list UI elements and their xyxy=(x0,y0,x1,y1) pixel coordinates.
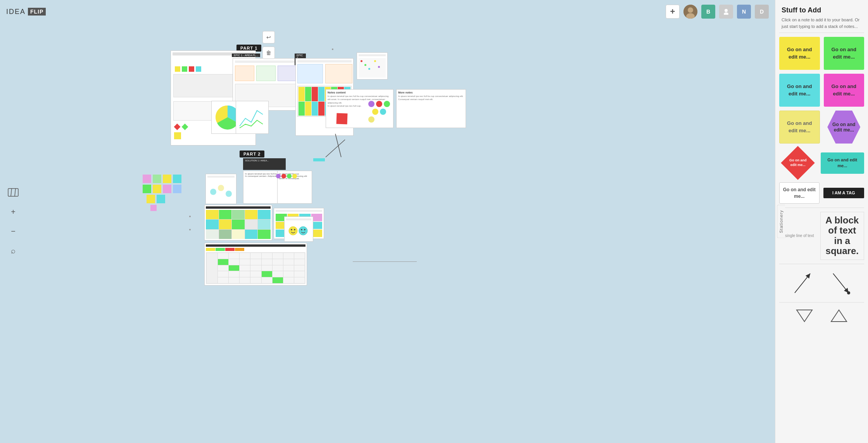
note-green[interactable]: Go on and edit me... xyxy=(824,37,865,70)
stationery-desc: Click on a note to add it to your board.… xyxy=(782,17,862,29)
red-sticky xyxy=(337,113,348,125)
part2-label: PART 2 xyxy=(240,151,264,157)
add-button[interactable]: + xyxy=(666,5,680,19)
svg-line-20 xyxy=(795,273,810,293)
note-white-rect[interactable]: Go on and edit me... xyxy=(779,182,820,204)
svg-point-11 xyxy=(210,189,216,195)
note-pink[interactable]: Go on and edit me... xyxy=(824,74,865,107)
shapes-row xyxy=(775,303,868,329)
zoom-in-tool[interactable]: + xyxy=(6,205,20,219)
top-right: + B N D xyxy=(666,5,769,19)
avatar-button[interactable] xyxy=(683,5,697,19)
collab-btn-ghost[interactable] xyxy=(719,5,733,19)
part2-tag1 xyxy=(313,158,325,161)
svg-point-13 xyxy=(226,191,232,197)
part2-dot-chart xyxy=(205,174,236,204)
trash-button[interactable]: 🗑 xyxy=(262,47,275,59)
note-yellow[interactable]: Go on and edit me... xyxy=(779,37,820,70)
note-cyan[interactable]: Go on and edit me... xyxy=(779,74,820,107)
collab-btn-d[interactable]: D xyxy=(755,5,769,19)
canvas-area[interactable]: IDEA FLIP + B N D ↩ 🗑 + − ⌕ PAR xyxy=(0,0,775,443)
top-bar: IDEA FLIP + B N D xyxy=(0,0,775,23)
stationery-header: Stuff to Add Click on a note to add it t… xyxy=(775,0,868,33)
search-tool[interactable]: ⌕ xyxy=(6,244,20,258)
board-content[interactable]: PART 1 EPIC 1 - AREA PL... EPIC xyxy=(0,23,277,443)
svg-line-10 xyxy=(326,140,345,157)
stationery-panel: Stationery Stuff to Add Click on a note … xyxy=(775,0,868,443)
stationery-tab[interactable]: Stationery xyxy=(777,205,785,238)
canvas-dot2 xyxy=(189,216,191,217)
svg-line-7 xyxy=(15,189,16,196)
block-text[interactable]: A block of text in a square. xyxy=(820,212,865,260)
triangle-down-shape[interactable] xyxy=(795,308,814,324)
zoom-out-tool[interactable]: − xyxy=(6,224,20,238)
note-light-yellow[interactable]: Go on and edit me... xyxy=(779,111,820,144)
note-purple-hex-container[interactable]: Go on and edit me... xyxy=(824,111,865,144)
note-teal-rect[interactable]: Go on and edit me... xyxy=(821,152,865,174)
svg-marker-23 xyxy=(797,310,812,322)
part2-dots-row xyxy=(276,174,299,183)
stationery-title: Stuff to Add xyxy=(782,6,862,14)
canvas-controls: ↩ 🗑 xyxy=(262,31,275,59)
line-chart-frame xyxy=(236,101,269,134)
svg-marker-24 xyxy=(831,310,847,322)
svg-rect-5 xyxy=(8,189,18,196)
frame-cluster-4 xyxy=(357,52,388,80)
svg-point-15 xyxy=(291,229,292,230)
svg-point-16 xyxy=(294,229,295,230)
arrow-up-right[interactable] xyxy=(789,270,816,297)
text-items-row: A single line of text A block of text in… xyxy=(775,208,868,264)
svg-point-18 xyxy=(301,229,302,230)
horizontal-line xyxy=(353,261,417,262)
svg-point-22 xyxy=(847,291,850,294)
collab-btn-n[interactable]: N xyxy=(737,5,751,19)
triangle-up-shape[interactable] xyxy=(829,308,849,324)
smiley-frame xyxy=(284,216,313,242)
white-tag-row: Go on and edit me... I AM A TAG xyxy=(775,182,868,208)
map-tool[interactable] xyxy=(6,185,20,199)
note-red-diamond[interactable]: Go on and edit me... xyxy=(781,146,815,180)
svg-point-1 xyxy=(688,7,693,13)
arrow-cluster xyxy=(322,132,349,159)
part2-table xyxy=(204,243,307,286)
diamond-teal-row: Go on and edit me... Go on and edit me..… xyxy=(775,147,868,182)
canvas-dot xyxy=(332,48,333,50)
dots-cluster xyxy=(368,101,393,126)
svg-line-21 xyxy=(833,273,849,293)
left-tools: + − ⌕ xyxy=(6,185,20,258)
text-notes-frame2: More notes In qisam tenetuil ipa nec ful… xyxy=(396,89,466,128)
arrow-down-right[interactable] xyxy=(827,270,854,297)
svg-line-6 xyxy=(11,189,12,196)
stationery-notes-grid: Go on and edit me... Go on and edit me..… xyxy=(775,33,868,147)
svg-point-14 xyxy=(289,227,297,235)
logo-idea: IDEA xyxy=(6,8,26,16)
svg-point-19 xyxy=(304,229,305,230)
arrows-row xyxy=(775,264,868,302)
logo-flip: FLIP xyxy=(28,8,46,16)
red-diamond-container[interactable]: Go on and edit me... xyxy=(779,147,817,178)
note-purple-hex[interactable]: Go on and edit me... xyxy=(827,111,860,144)
svg-point-3 xyxy=(725,9,728,12)
part2-text-label1: SOLUTION 1 / AREA... xyxy=(243,158,286,170)
canvas-dot3 xyxy=(189,229,191,230)
part2-stickies xyxy=(143,175,193,213)
svg-point-17 xyxy=(299,227,307,235)
svg-point-12 xyxy=(218,185,224,191)
svg-point-4 xyxy=(724,12,728,15)
note-black-tag[interactable]: I AM A TAG xyxy=(823,188,865,198)
undo-button[interactable]: ↩ xyxy=(262,31,275,43)
epic1-label: EPIC 1 - AREA PL... xyxy=(232,54,260,57)
logo: IDEA FLIP xyxy=(6,8,46,16)
collab-btn-b[interactable]: B xyxy=(701,5,715,19)
part2-grid xyxy=(204,205,272,241)
